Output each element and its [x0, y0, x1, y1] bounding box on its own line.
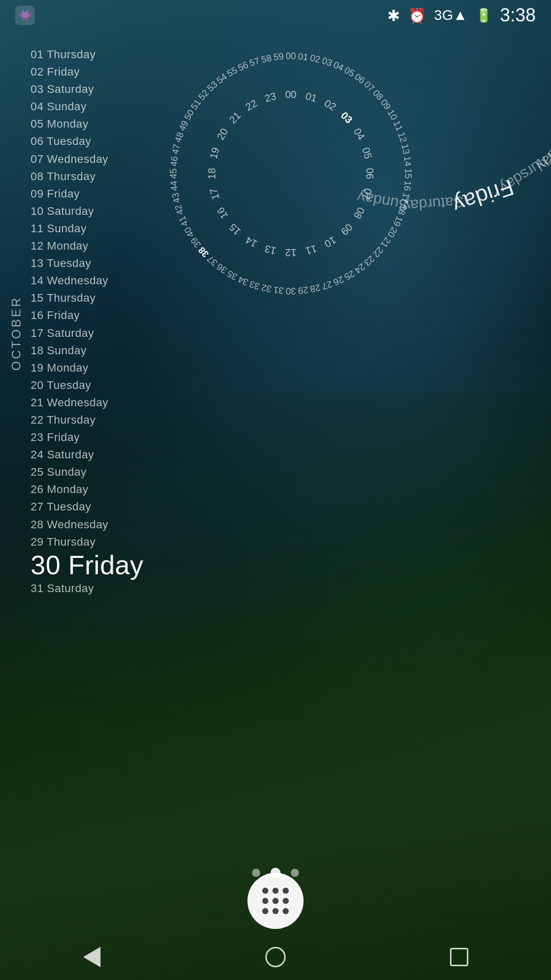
hour-label: 23 [263, 90, 277, 104]
cal-day-18: 18 Sunday [31, 342, 143, 359]
minute-label: 34 [236, 274, 249, 287]
cal-day-27: 27 Tuesday [31, 498, 143, 516]
minute-label: 40 [182, 225, 196, 239]
minute-label: 46 [168, 156, 180, 167]
cal-day-05: 05 Monday [31, 115, 143, 133]
minute-label: 30 [286, 286, 296, 296]
nav-dot-1[interactable] [252, 869, 260, 877]
alarm-icon: ⏰ [408, 7, 426, 24]
apps-button[interactable] [247, 873, 304, 929]
back-icon [83, 947, 101, 967]
cal-day-04: 04 Sunday [31, 98, 143, 115]
hour-label: 13 [263, 243, 277, 257]
minute-label: 27 [320, 279, 333, 291]
cal-day-11: 11 Sunday [31, 220, 143, 237]
hour-label: 10 [322, 234, 338, 250]
cal-day-17: 17 Saturday [31, 325, 143, 342]
bottom-nav [0, 934, 551, 980]
cal-day-20: 20 Tuesday [31, 377, 143, 394]
apps-dot [283, 908, 289, 914]
launcher-icon: 👾 [15, 6, 35, 25]
hour-label: 09 [339, 222, 355, 237]
minute-label: 29 [297, 285, 309, 296]
minute-label: 56 [236, 60, 249, 73]
apps-grid [260, 886, 291, 916]
minute-label: 44 [168, 180, 180, 191]
apps-dot [283, 898, 289, 904]
home-icon [265, 947, 286, 967]
cal-day-19: 19 Monday [31, 359, 143, 377]
hour-label: 14 [243, 234, 259, 250]
minute-label: 32 [260, 282, 272, 295]
cal-day-28: 28 Wednesday [31, 516, 143, 533]
cal-day-25: 25 Sunday [31, 463, 143, 481]
cal-day-08: 08 Thursday [31, 168, 143, 185]
minute-label: 57 [248, 56, 261, 68]
cal-day-09: 09 Friday [31, 185, 143, 203]
cal-day-24: 24 Saturday [31, 446, 143, 463]
cal-day-07: 07 Wednesday [31, 151, 143, 168]
cal-day-22: 22 Thursday [31, 411, 143, 429]
cal-day-21: 21 Wednesday [31, 394, 143, 411]
back-button[interactable] [71, 937, 112, 977]
apps-dot [262, 908, 268, 914]
minute-label: 58 [260, 53, 272, 65]
minute-label: 25 [342, 268, 356, 282]
cal-day-29: 29 Thursday [31, 533, 143, 551]
minute-label: 42 [173, 203, 186, 216]
hour-label: 20 [215, 126, 230, 141]
minute-label: 43 [170, 192, 182, 204]
nav-dot-3[interactable] [291, 869, 299, 877]
home-button[interactable] [255, 937, 296, 977]
status-left: 👾 [15, 6, 35, 25]
cal-day-01: 01 Thursday [31, 46, 143, 63]
hour-label: 17 [208, 187, 221, 201]
hour-label: 12 [285, 247, 296, 258]
battery-icon: 🔋 [475, 8, 492, 23]
hour-label: 22 [243, 97, 259, 113]
cal-day-06: 06 Tuesday [31, 133, 143, 150]
minute-label: 48 [173, 131, 186, 143]
minute-label: 28 [309, 282, 321, 295]
apps-dot [283, 888, 289, 894]
hour-label: 11 [305, 243, 318, 257]
hour-label: 16 [215, 205, 230, 220]
bluetooth-icon: ✱ [387, 7, 400, 24]
hour-label: 18 [206, 168, 217, 179]
hour-label: 21 [227, 110, 243, 126]
cal-day-02: 02 Friday [31, 63, 143, 81]
cal-day-03: 03 Saturday [31, 81, 143, 98]
month-label: OCTOBER [9, 296, 23, 371]
status-bar: 👾 ✱ ⏰ 3G▲ 🔋 3:38 [0, 0, 551, 31]
status-right: ✱ ⏰ 3G▲ 🔋 3:38 [387, 5, 536, 26]
minute-label: 26 [332, 274, 345, 287]
cal-day-today: 30 Friday [31, 551, 143, 580]
recents-button[interactable] [439, 937, 480, 977]
cal-day-15: 15 Thursday [31, 289, 143, 307]
minute-label: 31 [273, 285, 284, 296]
cal-day-14: 14 Wednesday [31, 272, 143, 289]
minute-label: 41 [177, 214, 190, 228]
cal-day-31: 31 Saturday [31, 580, 143, 597]
minute-label: 33 [248, 279, 261, 291]
minute-label: 47 [170, 143, 182, 155]
recents-icon [450, 948, 468, 966]
apps-dot [272, 908, 279, 914]
minute-label: 45 [168, 168, 179, 179]
network-icon: 3G▲ [434, 7, 467, 23]
minute-label: 19 [391, 214, 405, 228]
cal-day-16: 16 Friday [31, 307, 143, 324]
cal-day-10: 10 Saturday [31, 203, 143, 220]
minute-label: 59 [273, 51, 284, 62]
cal-day-26: 26 Monday [31, 481, 143, 498]
apps-dot [272, 898, 279, 904]
minute-label: 49 [177, 119, 190, 132]
hour-label: 15 [227, 222, 243, 237]
cal-day-23: 23 Friday [31, 429, 143, 446]
clock-time: 3:38 [500, 5, 536, 26]
hour-label: 19 [208, 146, 221, 160]
calendar-list: 01 Thursday 02 Friday 03 Saturday 04 Sun… [31, 46, 143, 597]
apps-dot [262, 888, 268, 894]
days-of-week-arc: MondayTuesdayWednesdayThursdayFridaySatu… [291, 26, 546, 209]
minute-label: 55 [225, 65, 239, 79]
